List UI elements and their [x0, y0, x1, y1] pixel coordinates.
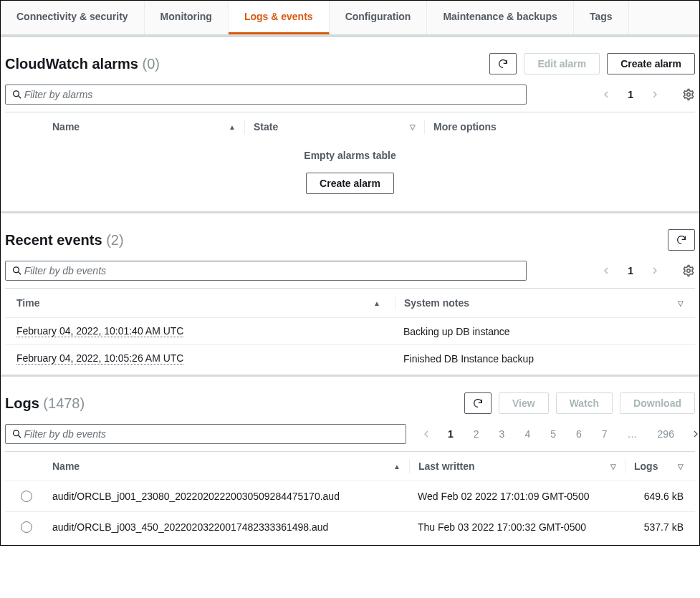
events-panel: Recent events (2) 1 — [1, 211, 699, 375]
sort-desc-icon — [410, 123, 416, 131]
logs-title: Logs — [5, 395, 39, 411]
events-refresh-button[interactable] — [668, 229, 695, 251]
svg-point-6 — [14, 430, 19, 436]
logs-watch-button: Watch — [556, 392, 613, 414]
alarms-empty-message: Empty alarms table — [5, 150, 695, 161]
alarms-panel: CloudWatch alarms (0) Edit alarm Create … — [1, 35, 699, 211]
logs-count: (1478) — [43, 395, 85, 411]
logs-refresh-button[interactable] — [464, 392, 492, 414]
logs-col-name[interactable]: Name — [52, 460, 80, 472]
refresh-icon — [676, 234, 687, 246]
alarms-refresh-button[interactable] — [489, 53, 517, 74]
tab-tags[interactable]: Tags — [574, 1, 629, 34]
events-col-notes[interactable]: System notes — [404, 297, 469, 309]
search-icon — [11, 265, 23, 276]
chevron-left-icon — [600, 89, 612, 100]
refresh-icon — [497, 58, 509, 69]
alarms-col-state[interactable]: State — [254, 121, 278, 132]
events-filter[interactable] — [5, 261, 527, 281]
sort-desc-icon — [678, 299, 684, 307]
logs-prev-page[interactable] — [421, 428, 432, 440]
logs-page-4[interactable]: 4 — [520, 427, 534, 441]
sort-desc-icon — [678, 463, 684, 471]
logs-page-7[interactable]: 7 — [598, 427, 612, 441]
alarms-count: (0) — [143, 56, 160, 72]
logs-page-last[interactable]: 296 — [653, 427, 679, 441]
sort-asc-icon — [373, 299, 380, 307]
events-count: (2) — [106, 232, 123, 248]
logs-page-6[interactable]: 6 — [572, 427, 586, 441]
search-icon — [11, 89, 23, 100]
gear-icon — [682, 264, 695, 277]
refresh-icon — [472, 397, 484, 409]
logs-page-1[interactable]: 1 — [444, 427, 458, 441]
events-filter-input[interactable] — [23, 264, 520, 277]
logs-page-3[interactable]: 3 — [495, 427, 509, 441]
logs-download-button: Download — [620, 392, 695, 414]
logs-next-page[interactable] — [690, 428, 700, 440]
event-time: February 04, 2022, 10:01:40 AM UTC — [16, 325, 183, 337]
log-select-radio[interactable] — [21, 491, 32, 502]
tab-bar: Connectivity & security Monitoring Logs … — [1, 1, 699, 35]
tab-connectivity[interactable]: Connectivity & security — [1, 1, 145, 34]
events-title: Recent events — [5, 232, 102, 248]
svg-point-2 — [687, 93, 691, 97]
alarms-col-more[interactable]: More options — [433, 121, 497, 132]
table-row: audit/ORCLB_j001_23080_20220202220030509… — [5, 481, 695, 511]
alarms-settings[interactable] — [682, 88, 695, 101]
alarms-page: 1 — [623, 87, 638, 102]
log-select-radio[interactable] — [21, 521, 32, 533]
edit-alarm-button: Edit alarm — [524, 53, 600, 74]
alarms-title: CloudWatch alarms — [5, 56, 138, 72]
alarms-empty-create-button[interactable]: Create alarm — [306, 173, 394, 194]
svg-point-0 — [14, 91, 19, 97]
chevron-right-icon — [690, 428, 700, 440]
table-row: audit/ORCLB_j003_450_2022020322001748233… — [5, 511, 695, 542]
chevron-left-icon — [600, 265, 612, 276]
alarms-col-name[interactable]: Name — [52, 121, 80, 132]
alarms-next-page[interactable] — [649, 89, 661, 100]
chevron-left-icon — [421, 428, 432, 440]
search-icon — [11, 428, 23, 440]
create-alarm-button[interactable]: Create alarm — [607, 53, 695, 74]
log-size: 537.7 kB — [644, 521, 684, 533]
gear-icon — [682, 88, 695, 101]
event-notes: Finished DB Instance backup — [403, 353, 534, 365]
event-notes: Backing up DB instance — [403, 326, 510, 337]
table-row: February 04, 2022, 10:05:26 AM UTC Finis… — [5, 344, 695, 372]
tab-monitoring[interactable]: Monitoring — [145, 1, 229, 34]
event-time: February 04, 2022, 10:05:26 AM UTC — [16, 352, 183, 365]
logs-col-written[interactable]: Last written — [418, 460, 475, 472]
logs-filter-input[interactable] — [23, 428, 400, 440]
events-page: 1 — [623, 264, 638, 278]
log-name: audit/ORCLB_j001_23080_20220202220030509… — [52, 491, 340, 502]
svg-point-5 — [687, 269, 691, 273]
sort-asc-icon — [393, 463, 401, 471]
logs-filter[interactable] — [5, 424, 406, 444]
chevron-right-icon — [649, 265, 661, 276]
tab-configuration[interactable]: Configuration — [330, 1, 428, 34]
events-col-time[interactable]: Time — [16, 297, 39, 309]
logs-view-button: View — [499, 392, 549, 414]
events-next-page[interactable] — [649, 265, 661, 276]
alarms-prev-page[interactable] — [600, 89, 612, 100]
sort-desc-icon — [610, 463, 616, 471]
logs-page-ellipsis: … — [623, 427, 642, 441]
logs-page-5[interactable]: 5 — [546, 427, 560, 441]
table-row: February 04, 2022, 10:01:40 AM UTC Backi… — [5, 317, 695, 344]
svg-point-3 — [14, 267, 19, 273]
log-written: Wed Feb 02 2022 17:01:09 GMT-0500 — [418, 491, 589, 502]
logs-page-2[interactable]: 2 — [469, 427, 484, 441]
sort-asc-icon — [229, 123, 236, 131]
tab-logs-events[interactable]: Logs & events — [229, 1, 330, 34]
alarms-filter-input[interactable] — [23, 88, 520, 101]
logs-panel: Logs (1478) View Watch Download — [1, 375, 699, 545]
alarms-filter[interactable] — [5, 85, 527, 105]
svg-line-1 — [18, 96, 21, 99]
chevron-right-icon — [649, 89, 661, 100]
svg-line-7 — [18, 435, 21, 438]
tab-maintenance[interactable]: Maintenance & backups — [427, 1, 574, 34]
events-settings[interactable] — [682, 264, 695, 277]
events-prev-page[interactable] — [600, 265, 612, 276]
logs-col-size[interactable]: Logs — [634, 460, 658, 472]
